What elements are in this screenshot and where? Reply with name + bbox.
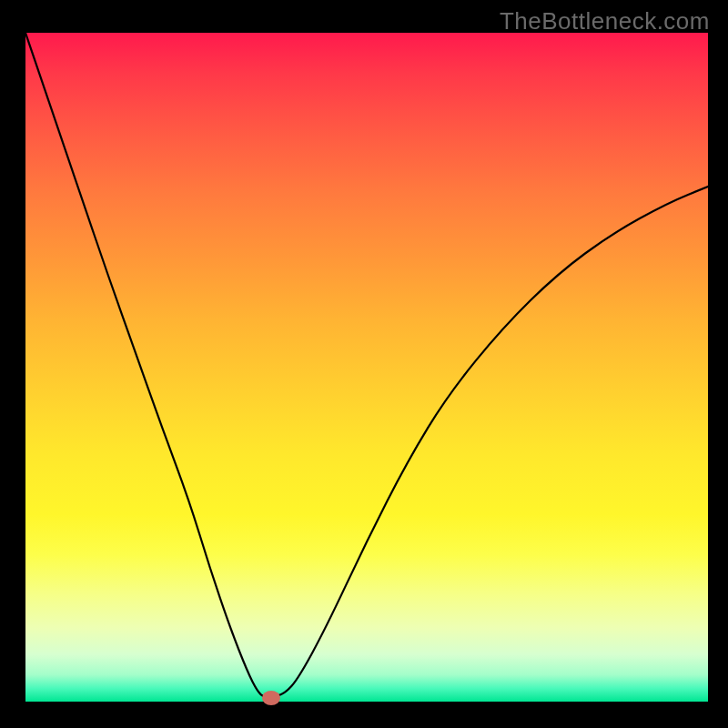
optimal-point-marker [262, 691, 280, 705]
bottleneck-curve [25, 33, 708, 702]
curve-line [25, 33, 708, 698]
chart-plot-area [25, 33, 708, 702]
watermark-text: TheBottleneck.com [500, 7, 710, 35]
